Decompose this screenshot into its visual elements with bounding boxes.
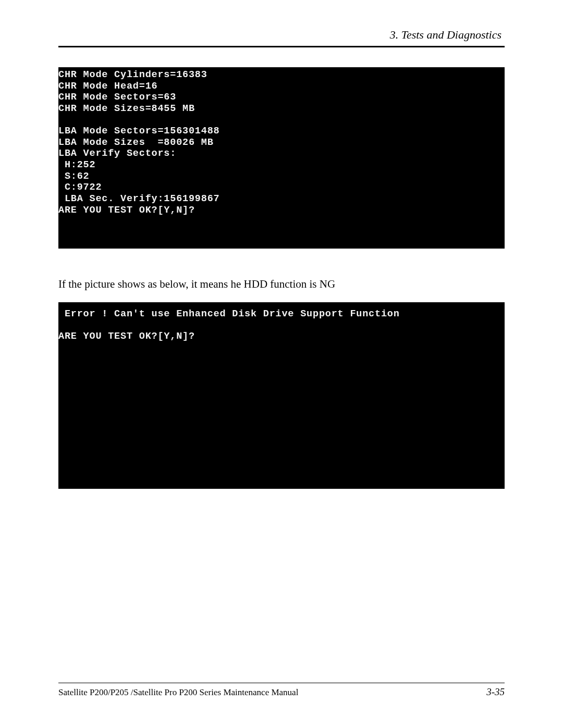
chapter-title: 3. Tests and Diagnostics (58, 28, 505, 46)
page-number: 3-35 (486, 686, 505, 698)
description-text: If the picture shows as below, it means … (58, 278, 505, 291)
terminal-output-error: Error ! Can't use Enhanced Disk Drive Su… (58, 302, 505, 489)
terminal-output-ok: CHR Mode Cylinders=16383 CHR Mode Head=1… (58, 67, 505, 249)
header-divider (58, 46, 505, 47)
footer-divider (58, 683, 505, 683)
page-footer: Satellite P200/P205 /Satellite Pro P200 … (58, 683, 505, 698)
manual-title: Satellite P200/P205 /Satellite Pro P200 … (58, 687, 298, 698)
